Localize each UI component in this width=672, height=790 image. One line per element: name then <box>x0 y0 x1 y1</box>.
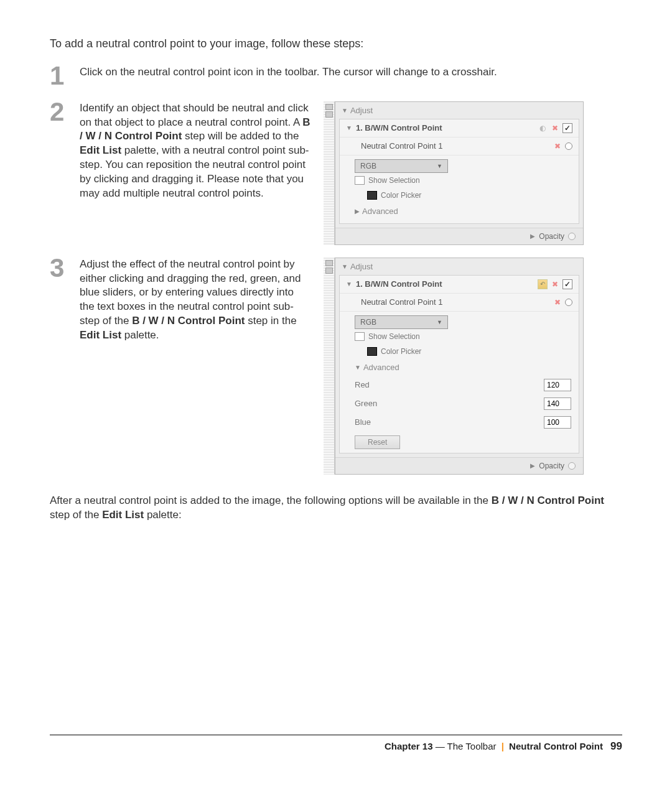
green-row: Green <box>340 394 579 413</box>
triangle-down-icon: ▼ <box>346 124 352 131</box>
triangle-down-icon: ▼ <box>355 364 361 371</box>
control-point-title: 1. B/W/N Control Point <box>356 123 442 132</box>
colorspace-dropdown[interactable]: RGB ▼ <box>355 315 448 329</box>
opacity-label: Opacity <box>539 232 564 241</box>
step-number: 2 <box>50 101 70 202</box>
section-title: Neutral Control Point <box>509 741 603 751</box>
control-point-row[interactable]: ▼ 1. B/W/N Control Point ↶ ✖ ✓ <box>340 276 579 294</box>
radio-checked[interactable] <box>565 299 572 306</box>
neutral-point-row[interactable]: Neutral Control Point 1 ✖ <box>340 294 579 312</box>
chapter-title: The Toolbar <box>447 741 497 751</box>
green-input[interactable] <box>544 397 571 410</box>
show-selection-label: Show Selection <box>368 176 420 185</box>
green-label: Green <box>355 399 377 408</box>
panel-drag-rail[interactable] <box>324 101 335 245</box>
neutral-point-label: Neutral Control Point 1 <box>361 141 443 151</box>
colorspace-dropdown[interactable]: RGB ▼ <box>355 159 448 173</box>
chapter-label: Chapter 13 <box>385 741 433 751</box>
triangle-down-icon: ▼ <box>342 263 348 270</box>
adjust-panel-collapsed: ▼ Adjust ▼ 1. B/W/N Control Point ◐ ✖ ✓ <box>335 101 584 245</box>
neutral-point-label: Neutral Control Point 1 <box>361 297 443 307</box>
step-1: 1 Click on the neutral control point ico… <box>50 65 622 86</box>
rail-icon <box>325 260 333 266</box>
red-label: Red <box>355 380 370 389</box>
triangle-right-icon: ▶ <box>530 233 535 239</box>
color-picker-label: Color Picker <box>381 191 421 200</box>
adjust-header[interactable]: ▼ Adjust <box>335 102 583 119</box>
step-text: Click on the neutral control point icon … <box>80 65 622 86</box>
step-number: 3 <box>50 258 70 343</box>
red-row: Red <box>340 376 579 394</box>
color-picker-label: Color Picker <box>381 347 421 356</box>
opacity-bar[interactable]: ▶ Opacity <box>335 457 583 474</box>
triangle-right-icon: ▶ <box>530 462 535 469</box>
page-number: 99 <box>610 740 622 752</box>
opacity-label: Opacity <box>539 462 564 470</box>
chevron-down-icon: ▼ <box>437 163 442 169</box>
radio-unchecked[interactable] <box>568 462 576 470</box>
advanced-toggle[interactable]: ▶Advanced <box>355 203 571 220</box>
chevron-down-icon: ▼ <box>437 319 442 325</box>
rail-icon <box>325 267 333 274</box>
reset-button[interactable]: Reset <box>355 435 400 449</box>
neutral-point-row[interactable]: Neutral Control Point 1 ✖ <box>340 137 579 156</box>
radio-unchecked[interactable] <box>568 233 576 240</box>
rail-icon <box>325 111 333 118</box>
control-point-title: 1. B/W/N Control Point <box>356 279 442 289</box>
intro-text: To add a neutral control point to your i… <box>50 37 622 50</box>
step-text: Identify an object that should be neutra… <box>80 101 311 202</box>
adjust-label: Adjust <box>350 262 373 271</box>
show-selection-label: Show Selection <box>368 332 420 341</box>
blue-label: Blue <box>355 417 371 427</box>
adjust-header[interactable]: ▼ Adjust <box>335 258 583 275</box>
control-point-row[interactable]: ▼ 1. B/W/N Control Point ◐ ✖ ✓ <box>340 119 579 137</box>
rail-icon <box>325 104 333 110</box>
selection-swatch[interactable] <box>355 332 365 341</box>
dropdown-value: RGB <box>360 162 376 170</box>
red-input[interactable] <box>544 379 571 391</box>
delete-icon[interactable]: ✖ <box>550 279 560 289</box>
blue-row: Blue <box>340 413 579 432</box>
checkbox-checked[interactable]: ✓ <box>562 279 572 289</box>
panel-drag-rail[interactable] <box>324 258 335 475</box>
history-icon[interactable]: ◐ <box>538 123 548 133</box>
triangle-right-icon: ▶ <box>355 208 360 215</box>
delete-icon[interactable]: ✖ <box>553 141 562 151</box>
triangle-down-icon: ▼ <box>346 281 352 287</box>
blue-input[interactable] <box>544 416 571 429</box>
step-number: 1 <box>50 65 70 86</box>
history-icon[interactable]: ↶ <box>538 279 548 289</box>
page-footer: Chapter 13 — The Toolbar | Neutral Contr… <box>50 735 622 753</box>
selection-swatch[interactable] <box>355 176 365 185</box>
delete-icon[interactable]: ✖ <box>550 123 560 133</box>
separator-icon: | <box>502 741 504 751</box>
step-text: Adjust the effect of the neutral control… <box>80 258 311 343</box>
after-text: After a neutral control point is added t… <box>50 493 622 523</box>
radio-checked[interactable] <box>565 142 572 150</box>
opacity-bar[interactable]: ▶ Opacity <box>335 228 583 244</box>
color-picker-swatch[interactable] <box>367 347 377 356</box>
triangle-down-icon: ▼ <box>342 107 348 114</box>
color-picker-swatch[interactable] <box>367 191 377 200</box>
delete-icon[interactable]: ✖ <box>553 297 562 307</box>
adjust-panel-expanded: ▼ Adjust ▼ 1. B/W/N Control Point ↶ ✖ ✓ <box>335 258 584 475</box>
advanced-toggle[interactable]: ▼Advanced <box>355 359 571 376</box>
dropdown-value: RGB <box>360 318 376 327</box>
checkbox-checked[interactable]: ✓ <box>562 123 572 133</box>
adjust-label: Adjust <box>350 106 373 115</box>
